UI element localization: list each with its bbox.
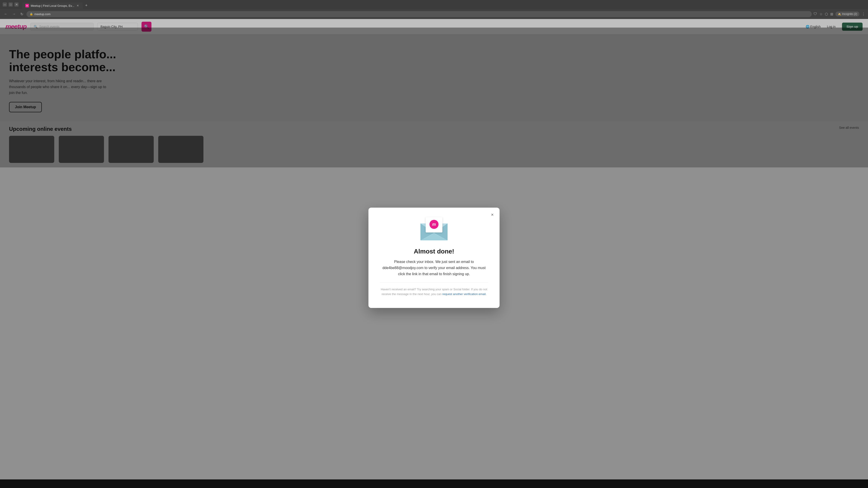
tab-favicon: m — [25, 4, 29, 7]
lock-icon: 🔒 — [30, 12, 33, 15]
close-button[interactable]: ✕ — [14, 2, 19, 6]
url-text: meetup.com — [34, 12, 51, 16]
tab-title: Meetup | Find Local Groups, Ev... — [31, 4, 74, 7]
modal-hint: Haven't received an email? Try searching… — [380, 287, 488, 297]
envelope-icon: m — [419, 217, 449, 241]
maximize-button[interactable]: □ — [8, 2, 13, 6]
modal-close-button[interactable]: × — [489, 211, 496, 219]
svg-text:m: m — [432, 222, 436, 227]
split-view-icon[interactable]: ⊞ — [830, 12, 833, 16]
tab-bar: m Meetup | Find Local Groups, Ev... ✕ + — [22, 0, 865, 9]
incognito-label: Incognito (2) — [842, 12, 857, 15]
active-tab[interactable]: m Meetup | Find Local Groups, Ev... ✕ — [22, 2, 83, 9]
menu-button[interactable]: ⋮ — [862, 12, 865, 16]
new-tab-button[interactable]: + — [83, 2, 90, 9]
toolbar-right: 🛡 ☆ ⬡ ⊞ 🕵 Incognito (2) ⋮ — [813, 11, 865, 17]
minimize-button[interactable]: — — [3, 2, 7, 6]
email-illustration: m — [380, 217, 488, 241]
back-button[interactable]: ← — [3, 11, 9, 17]
modal-overlay[interactable]: × — [0, 28, 868, 480]
modal-title: Almost done! — [380, 248, 488, 255]
browser-toolbar: ← → ↻ 🔒 meetup.com 🛡 ☆ ⬡ ⊞ 🕵 Incognito (… — [0, 9, 868, 19]
envelope-svg: m — [419, 217, 449, 241]
resend-email-link[interactable]: request another verification email. — [442, 292, 487, 296]
modal-body-text: Please check your inbox. We just sent an… — [380, 259, 488, 277]
address-bar[interactable]: 🔒 meetup.com — [26, 11, 812, 17]
adblock-icon[interactable]: 🛡 — [813, 12, 817, 16]
browser-titlebar: — □ ✕ m Meetup | Find Local Groups, Ev..… — [0, 0, 868, 9]
window-controls: — □ ✕ — [3, 2, 19, 6]
verification-modal: × — [368, 207, 500, 308]
incognito-icon: 🕵 — [838, 12, 841, 15]
reload-button[interactable]: ↻ — [19, 11, 25, 17]
extensions-icon[interactable]: ⬡ — [825, 12, 828, 16]
incognito-button[interactable]: 🕵 Incognito (2) — [835, 11, 860, 17]
page-wrapper: meetup 🔍 Search events Baguio City, PH 🔍… — [0, 19, 868, 480]
browser-chrome: — □ ✕ m Meetup | Find Local Groups, Ev..… — [0, 0, 868, 19]
tab-close-button[interactable]: ✕ — [76, 4, 80, 7]
bookmark-icon[interactable]: ☆ — [819, 12, 823, 16]
forward-button[interactable]: → — [11, 11, 17, 17]
